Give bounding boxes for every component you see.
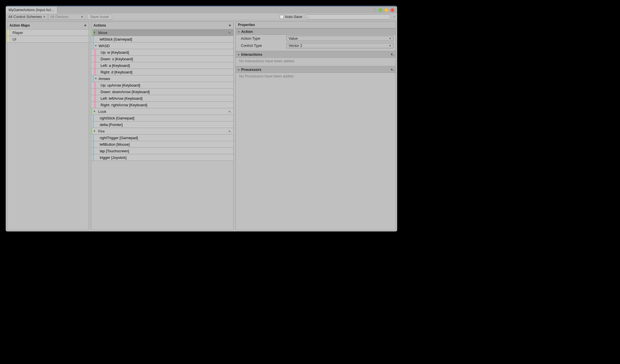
- binding-item[interactable]: leftButton [Mouse]: [91, 141, 233, 148]
- actions-list: ▼ Move +. leftStick [Gamepad] ▼ WASD Up:…: [91, 29, 233, 161]
- binding-item[interactable]: rightTrigger [Gamepad]: [91, 135, 233, 141]
- editor-window: MyGameActions (Input Act… ⋮ All Control …: [6, 6, 397, 231]
- composite-part-item[interactable]: Left: leftArrow [Keyboard]: [91, 95, 233, 102]
- part-label: Right: d [Keyboard]: [96, 70, 233, 74]
- composite-label: Arrows: [98, 77, 233, 81]
- action-type-value: Value: [289, 36, 298, 41]
- part-label: Left: leftArrow [Keyboard]: [96, 96, 233, 101]
- action-label: Move: [97, 31, 228, 35]
- interactions-empty: No Interactions have been added.: [236, 58, 396, 64]
- composite-part-item[interactable]: Down: downArrow [Keyboard]: [91, 89, 233, 95]
- save-asset-button[interactable]: Save Asset: [87, 14, 112, 20]
- chevron-down-icon: ▼: [389, 37, 391, 40]
- action-maps-panel: Action Maps + PlayerUI: [7, 21, 89, 230]
- devices-dropdown[interactable]: All Devices ▼: [48, 14, 85, 20]
- autosave-checkbox[interactable]: [280, 15, 284, 19]
- section-action[interactable]: ▼Action: [236, 28, 396, 35]
- binding-label: rightStick [Gamepad]: [94, 116, 233, 120]
- section-processors-label: Processors: [241, 67, 261, 72]
- foldout-icon[interactable]: ▼: [93, 31, 97, 34]
- action-map-item[interactable]: UI: [7, 36, 89, 43]
- save-label: Save Asset: [90, 15, 109, 19]
- section-interactions[interactable]: ▼Interactions +.: [236, 51, 396, 58]
- binding-label: delta [Pointer]: [94, 123, 233, 127]
- stripe: [94, 69, 96, 75]
- control-scheme-dropdown[interactable]: All Control Schemes ▼: [6, 14, 48, 20]
- binding-label: trigger [Joystick]: [94, 155, 233, 160]
- foldout-icon: ▼: [237, 69, 240, 71]
- foldout-icon[interactable]: ▼: [95, 44, 98, 47]
- binding-item[interactable]: delta [Pointer]: [91, 121, 233, 128]
- clear-search-button[interactable]: ×: [393, 15, 395, 19]
- add-binding-button[interactable]: +.: [228, 109, 232, 114]
- composite-part-item[interactable]: Up: upArrow [Keyboard]: [91, 82, 233, 89]
- composite-part-item[interactable]: Right: rightArrow [Keyboard]: [91, 102, 233, 108]
- traffic-lights: [379, 8, 394, 12]
- action-label: Look: [97, 109, 228, 114]
- action-item[interactable]: ▼ Fire +.: [91, 128, 233, 135]
- search-input[interactable]: ⌕: [305, 14, 391, 19]
- autosave-toggle[interactable]: Auto-Save: [280, 15, 302, 19]
- control-type-select[interactable]: Vector 2 ▼: [287, 43, 393, 48]
- close-icon[interactable]: [391, 8, 394, 12]
- control-type-value: Vector 2: [289, 43, 302, 48]
- add-binding-button[interactable]: +.: [228, 129, 232, 133]
- binding-item[interactable]: tap [Touchscreen]: [91, 148, 233, 154]
- foldout-icon[interactable]: ▼: [95, 77, 98, 80]
- stripe: [94, 62, 96, 69]
- stripe: [94, 89, 96, 95]
- part-label: Left: a [Keyboard]: [96, 63, 233, 68]
- stripe: [94, 102, 96, 108]
- control-scheme-label: All Control Schemes: [8, 15, 42, 19]
- toolbar: All Control Schemes ▼ All Devices ▼ Save…: [6, 13, 397, 20]
- stripe: [94, 49, 96, 55]
- stripe: [91, 128, 93, 134]
- properties-header: Properties: [236, 22, 396, 28]
- action-item[interactable]: ▼ Look +.: [91, 108, 233, 115]
- binding-item[interactable]: trigger [Joystick]: [91, 154, 233, 161]
- add-interaction-button[interactable]: +.: [391, 52, 394, 57]
- action-label: Fire: [97, 129, 228, 133]
- properties-panel: Properties ▼Action Action Type Value ▼ C…: [235, 21, 396, 230]
- composite-part-item[interactable]: Left: a [Keyboard]: [91, 62, 233, 69]
- stripe: [94, 95, 96, 101]
- add-action-button[interactable]: +: [229, 23, 231, 28]
- section-interactions-label: Interactions: [241, 52, 262, 57]
- part-label: Down: s [Keyboard]: [96, 57, 233, 61]
- kebab-icon[interactable]: ⋮: [373, 8, 376, 12]
- minimize-icon[interactable]: [379, 8, 382, 12]
- binding-item[interactable]: leftStick [Gamepad]: [91, 36, 233, 43]
- foldout-icon: ▼: [237, 31, 240, 33]
- action-type-row: Action Type Value ▼: [236, 35, 396, 42]
- binding-item[interactable]: rightStick [Gamepad]: [91, 115, 233, 121]
- stripe: [91, 29, 93, 36]
- add-processor-button[interactable]: +.: [391, 67, 394, 72]
- composite-item[interactable]: ▼ WASD: [91, 43, 233, 49]
- action-maps-title: Action Maps: [9, 23, 30, 27]
- binding-label: rightTrigger [Gamepad]: [94, 136, 233, 140]
- foldout-icon[interactable]: ▼: [93, 110, 97, 113]
- add-map-button[interactable]: +: [84, 23, 87, 28]
- action-map-item[interactable]: Player: [7, 29, 89, 36]
- add-binding-button[interactable]: +.: [228, 30, 232, 35]
- control-type-label: Control Type: [241, 43, 287, 48]
- maps-list: PlayerUI: [7, 29, 89, 43]
- composite-label: WASD: [98, 44, 233, 48]
- part-label: Down: downArrow [Keyboard]: [96, 90, 233, 94]
- section-processors[interactable]: ▼Processors +.: [236, 66, 396, 73]
- action-type-label: Action Type: [241, 36, 287, 41]
- composite-part-item[interactable]: Up: w [Keyboard]: [91, 49, 233, 56]
- composite-item[interactable]: ▼ Arrows: [91, 75, 233, 82]
- composite-part-item[interactable]: Down: s [Keyboard]: [91, 56, 233, 62]
- action-item[interactable]: ▼ Move +.: [91, 29, 233, 36]
- properties-title: Properties: [238, 23, 255, 27]
- maximize-icon[interactable]: [385, 8, 388, 12]
- map-label: UI: [9, 37, 89, 41]
- stripe: [94, 82, 96, 88]
- control-type-row: Control Type Vector 2 ▼: [236, 42, 396, 49]
- composite-part-item[interactable]: Right: d [Keyboard]: [91, 69, 233, 75]
- body: Action Maps + PlayerUI Actions + ▼ Move …: [6, 20, 397, 231]
- action-type-select[interactable]: Value ▼: [287, 36, 393, 41]
- window-tab[interactable]: MyGameActions (Input Act…: [6, 7, 57, 13]
- foldout-icon[interactable]: ▼: [93, 130, 97, 133]
